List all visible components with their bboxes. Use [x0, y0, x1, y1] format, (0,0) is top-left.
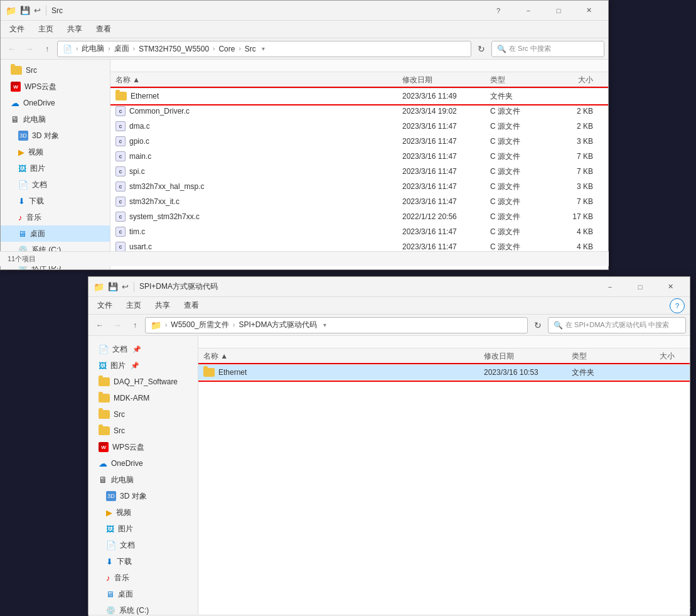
sidebar1-download[interactable]: ⬇ 下载: [1, 193, 110, 209]
image-icon: 🖼: [18, 164, 26, 173]
window2-menu-file[interactable]: 文件: [91, 298, 119, 313]
ethernet-type: 文件夹: [490, 91, 553, 102]
window2-help-button[interactable]: ?: [670, 298, 685, 313]
window2-menu-view[interactable]: 查看: [178, 298, 205, 313]
sidebar2-pc[interactable]: 🖥 此电脑: [88, 472, 198, 488]
sidebar2-doc[interactable]: 📄 文档 📌: [88, 341, 198, 357]
window1-back-button[interactable]: ←: [4, 41, 19, 57]
sidebar1-src[interactable]: Src: [1, 62, 110, 78]
window2-forward-button[interactable]: →: [110, 318, 125, 333]
music-icon: ♪: [18, 213, 23, 222]
window2-filelist: 名称 ▲ 修改日期 类型 大小 Ethernet 2023/3/16 10:53…: [198, 336, 690, 615]
window1-row-main[interactable]: cmain.c 2023/3/16 11:47 C 源文件 7 KB: [110, 149, 608, 164]
sidebar1-music[interactable]: ♪ 音乐: [1, 209, 110, 225]
window1-minimize-button[interactable]: −: [514, 1, 543, 21]
doc-icon2b: 📄: [106, 541, 116, 550]
ethernet-date: 2023/3/16 11:49: [402, 92, 490, 100]
src1-folder-icon: [99, 410, 110, 419]
col2-header-size[interactable]: 大小: [634, 351, 685, 362]
search-icon2: 🔍: [554, 321, 563, 330]
window1-row-system[interactable]: csystem_stm32h7xx.c 2022/1/12 20:56 C 源文…: [110, 209, 608, 224]
folder-icon: [11, 66, 22, 75]
sidebar2-src1[interactable]: Src: [88, 406, 198, 423]
window1-maximize-button[interactable]: □: [544, 1, 573, 21]
sidebar2-music[interactable]: ♪ 音乐: [88, 570, 198, 586]
c-file-icon: c: [115, 166, 126, 176]
sidebar1-wps[interactable]: W WPS云盘: [1, 78, 110, 95]
window1-row-ethernet[interactable]: Ethernet 2023/3/16 11:49 文件夹: [110, 89, 608, 104]
col-header-date[interactable]: 修改日期: [402, 75, 490, 85]
window2-row-ethernet[interactable]: Ethernet 2023/3/16 10:53 文件夹: [198, 365, 690, 380]
window1-up-button[interactable]: ↑: [40, 41, 55, 57]
sidebar2-desktop[interactable]: 🖥 桌面: [88, 586, 198, 602]
desktop-icon: 🖥: [18, 229, 26, 239]
sidebar1-3d[interactable]: 3D 3D 对象: [1, 127, 110, 144]
col-header-type[interactable]: 类型: [490, 75, 553, 85]
window2-minimize-button[interactable]: −: [596, 277, 624, 297]
window1-row-spi[interactable]: cspi.c 2023/3/16 11:47 C 源文件 7 KB: [110, 164, 608, 179]
ethernet-folder-icon: [115, 92, 127, 100]
window1-menu-view[interactable]: 查看: [90, 21, 117, 37]
window1-row-common-driver[interactable]: cCommon_Driver.c 2023/3/14 19:02 C 源文件 2…: [110, 104, 608, 119]
sidebar1-desktop[interactable]: 🖥 桌面: [1, 225, 110, 242]
doc-icon: 📄: [18, 180, 28, 190]
sidebar2-document[interactable]: 📄 文档: [88, 537, 198, 553]
window1-row-tim[interactable]: ctim.c 2023/3/16 11:47 C 源文件 4 KB: [110, 224, 608, 239]
col2-header-date[interactable]: 修改日期: [484, 351, 572, 362]
window1-row-it[interactable]: cstm32h7xx_it.c 2023/3/16 11:47 C 源文件 7 …: [110, 194, 608, 209]
sidebar1-doc[interactable]: 📄 文档: [1, 176, 110, 193]
window2-addressbar: ← → ↑ 📁 › W5500_所需文件 › SPI+DMA方式驱动代码 ▾ ↻…: [88, 315, 690, 336]
window1-row-hal-msp[interactable]: cstm32h7xx_hal_msp.c 2023/3/16 11:47 C 源…: [110, 179, 608, 194]
sidebar2-src2[interactable]: Src: [88, 423, 198, 439]
sidebar1-pc[interactable]: 🖥 此电脑: [1, 111, 110, 127]
window2-maximize-button[interactable]: □: [626, 277, 655, 297]
window1-forward-button[interactable]: →: [22, 41, 37, 57]
window2-refresh-button[interactable]: ↻: [530, 318, 545, 333]
sidebar2-wps[interactable]: W WPS云盘: [88, 439, 198, 455]
window1-row-gpio[interactable]: cgpio.c 2023/3/16 11:47 C 源文件 3 KB: [110, 134, 608, 149]
sidebar2-mdk[interactable]: MDK-ARM: [88, 390, 198, 406]
sidebar2-3d[interactable]: 3D 3D 对象: [88, 488, 198, 504]
window2-close-button[interactable]: ✕: [656, 277, 685, 297]
window2-search-box[interactable]: 🔍 在 SPI+DMA方式驱动代码 中搜索: [548, 317, 686, 333]
window1-menu-home[interactable]: 主页: [32, 21, 60, 37]
video-icon: ▶: [18, 148, 24, 157]
window1-row-dma[interactable]: cdma.c 2023/3/16 11:47 C 源文件 2 KB: [110, 119, 608, 134]
sidebar1-image[interactable]: 🖼 图片: [1, 160, 110, 176]
sidebar2-video[interactable]: ▶ 视频: [88, 504, 198, 521]
col2-header-type[interactable]: 类型: [572, 351, 634, 362]
window1-help-button[interactable]: ?: [484, 1, 513, 21]
window2-back-button[interactable]: ←: [92, 318, 107, 333]
col-header-name[interactable]: 名称 ▲: [115, 75, 402, 85]
window1-menu-file[interactable]: 文件: [3, 21, 31, 37]
col2-header-name[interactable]: 名称 ▲: [203, 351, 484, 362]
window2-menu-home[interactable]: 主页: [120, 298, 147, 313]
sidebar2-c-drive[interactable]: 💿 系统 (C:): [88, 602, 198, 615]
window1-address-path[interactable]: 📄 › 此电脑 › 桌面 › STM32H750_W5500 › Core › …: [57, 41, 471, 57]
sidebar2-download[interactable]: ⬇ 下载: [88, 553, 198, 570]
window1-content: Src W WPS云盘 ☁ OneDrive 🖥 此电脑 3D 3D 对象 ▶ …: [1, 60, 608, 269]
col-header-size[interactable]: 大小: [553, 75, 603, 85]
window2-menu-share[interactable]: 共享: [149, 298, 176, 313]
window2-up-button[interactable]: ↑: [127, 318, 142, 333]
address2-dropdown-button[interactable]: ▾: [319, 317, 329, 333]
image-icon2: 🖼: [99, 361, 107, 370]
sidebar2-daq[interactable]: DAQ_H7_Software: [88, 374, 198, 390]
window2-spidma: 📁 💾 ↩ SPI+DMA方式驱动代码 − □ ✕ 文件 主页 共享 查看 ? …: [88, 276, 690, 615]
window1-menu-share[interactable]: 共享: [61, 21, 88, 37]
window1-title: Src: [51, 6, 480, 15]
sidebar2-onedrive[interactable]: ☁ OneDrive: [88, 455, 198, 472]
sidebar2-img[interactable]: 🖼 图片: [88, 521, 198, 537]
drive-icon-c2: 💿: [106, 606, 115, 615]
sidebar2-image[interactable]: 🖼 图片 📌: [88, 357, 198, 374]
sidebar1-video[interactable]: ▶ 视频: [1, 144, 110, 160]
window1-search-box[interactable]: 🔍 在 Src 中搜索: [491, 41, 604, 57]
window1-close-button[interactable]: ✕: [574, 1, 603, 21]
window1-sidebar: Src W WPS云盘 ☁ OneDrive 🖥 此电脑 3D 3D 对象 ▶ …: [1, 60, 110, 269]
sidebar1-onedrive[interactable]: ☁ OneDrive: [1, 95, 110, 111]
window2-address-path[interactable]: 📁 › W5500_所需文件 › SPI+DMA方式驱动代码 ▾: [145, 317, 528, 333]
wps-icon2: W: [99, 442, 109, 452]
window1-refresh-button[interactable]: ↻: [474, 41, 489, 57]
undo-icon: ↩: [34, 6, 41, 15]
address-dropdown-button[interactable]: ▾: [259, 41, 269, 57]
